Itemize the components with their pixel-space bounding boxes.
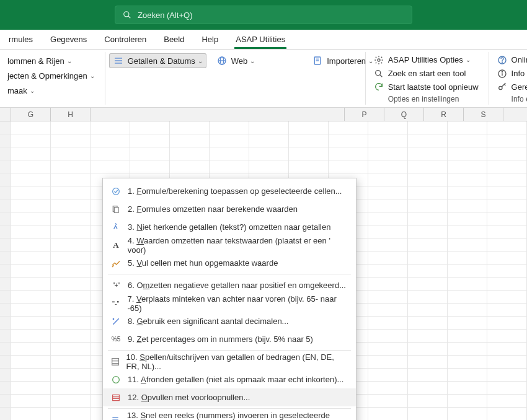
menu-item-label: 1. Formule/berekening toepassen op gesel… (128, 186, 342, 196)
col-r[interactable]: R (424, 108, 464, 121)
info-icon (497, 68, 508, 79)
ribbon: lommen & Rijen⌄ jecten & Opmerkingen⌄ ma… (0, 50, 527, 108)
menu-item-icon: A (108, 239, 124, 252)
ribbon-start-laatste[interactable]: Start laatste tool opnieuw (370, 80, 482, 94)
svg-rect-3 (115, 60, 122, 61)
ribbon-group-3: ASAP Utilities Opties⌄ Zoek en start een… (366, 52, 489, 105)
search-tool-icon (373, 68, 384, 79)
gear-icon (373, 55, 384, 66)
svg-point-11 (378, 59, 380, 61)
svg-line-21 (504, 84, 505, 85)
menu-item-label: 8. Gebruik een significant aantal decima… (128, 317, 288, 326)
svg-point-0 (124, 12, 129, 17)
col-hidden-under-menu (91, 108, 345, 121)
menu-item-icon: %5 (108, 333, 124, 346)
menu-item-8[interactable]: 8. Gebruik een significant aantal decima… (103, 312, 356, 330)
tab-beeld[interactable]: Beeld (155, 30, 193, 50)
help-icon (497, 55, 508, 66)
chevron-down-icon: ⌄ (67, 58, 72, 64)
menu-item-icon (108, 414, 123, 421)
tab-asap-utilities[interactable]: ASAP Utilities (227, 30, 294, 50)
import-icon (312, 55, 323, 66)
tab-help[interactable]: Help (193, 30, 227, 50)
svg-rect-26 (112, 358, 118, 365)
chevron-down-icon: ⌄ (250, 58, 255, 64)
menu-item-3[interactable]: 3. Niet herkende getallen (tekst?) omzet… (103, 218, 356, 236)
menu-item-9[interactable]: %59. Zet percentages om in nummers (bijv… (103, 330, 356, 348)
titlebar: Zoeken (Alt+Q) (0, 0, 527, 30)
ribbon-kolommen-rijen[interactable]: lommen & Rijen⌄ (4, 53, 99, 68)
menu-item-icon: "+" (108, 279, 124, 292)
ribbon-opmaak[interactable]: maak⌄ (4, 83, 99, 98)
chevron-down-icon: ⌄ (30, 87, 35, 94)
col-s[interactable]: S (464, 108, 503, 121)
svg-rect-2 (115, 58, 122, 58)
ribbon-getallen-datums[interactable]: Getallen & Datums⌄ (109, 53, 206, 68)
svg-rect-4 (115, 63, 122, 63)
menu-item-icon (108, 374, 124, 386)
ribbon-geregistreerd[interactable]: Geregistre (493, 80, 527, 94)
menu-item-13[interactable]: 13. Snel een reeks (nummers) invoeren in… (103, 411, 356, 420)
ribbon-tabs: rmules Gegevens Controleren Beeld Help A… (0, 30, 527, 50)
tab-gegevens[interactable]: Gegevens (42, 30, 95, 50)
chevron-down-icon: ⌄ (198, 58, 203, 64)
getallen-datums-menu: 1. Formule/berekening toepassen op gesel… (102, 178, 356, 420)
select-all-corner[interactable] (0, 108, 11, 121)
svg-line-1 (128, 16, 131, 19)
svg-point-22 (113, 188, 120, 195)
menu-item-label: 2. Formules omzetten naar berekende waar… (128, 204, 298, 214)
worksheet: G H P Q R S 1. Formule/berekening toepas… (0, 108, 527, 420)
refresh-icon (373, 81, 384, 92)
menu-item-icon (108, 392, 124, 404)
menu-item-icon (108, 315, 124, 328)
menu-item-label: 10. Spellen/uitschrijven van getallen of… (126, 352, 348, 371)
menu-item-11[interactable]: 11. Afronden getallen (niet als opmaak m… (103, 370, 356, 388)
ribbon-objecten-opmerkingen[interactable]: jecten & Opmerkingen⌄ (4, 68, 99, 83)
ribbon-group-1: lommen & Rijen⌄ jecten & Opmerkingen⌄ ma… (0, 52, 105, 105)
menu-item-icon: "-" (108, 297, 123, 310)
svg-point-25 (113, 318, 113, 319)
menu-item-2[interactable]: 2. Formules omzetten naar berekende waar… (103, 200, 356, 218)
web-icon (216, 55, 228, 66)
ribbon-zoek-tool[interactable]: Zoek en start een tool (370, 67, 482, 81)
menu-item-label: 5. Vul cellen met hun opgemaakte waarde (128, 258, 278, 268)
svg-point-15 (502, 62, 502, 63)
search-box[interactable]: Zoeken (Alt+Q) (115, 6, 412, 24)
menu-separator (108, 408, 351, 409)
numbers-dates-icon (113, 55, 124, 66)
tab-controleren[interactable]: Controleren (95, 30, 155, 50)
ribbon-group3-caption: Opties en instellingen (373, 94, 482, 103)
col-p[interactable]: P (345, 108, 384, 121)
ribbon-web[interactable]: Web⌄ (213, 53, 259, 68)
tab-formules[interactable]: rmules (0, 30, 42, 50)
ribbon-asap-opties[interactable]: ASAP Utilities Opties⌄ (370, 53, 482, 67)
menu-item-label: 11. Afronden getallen (niet als opmaak m… (128, 375, 343, 384)
menu-item-label: 13. Snel een reeks (nummers) invoeren in… (127, 411, 348, 421)
search-placeholder: Zoeken (Alt+Q) (138, 11, 193, 20)
menu-item-12[interactable]: 12. Opvullen met voorloopnullen... (103, 388, 356, 406)
svg-rect-24 (114, 207, 118, 212)
menu-item-icon (108, 356, 123, 368)
svg-point-19 (498, 87, 502, 90)
menu-item-10[interactable]: 10. Spellen/uitschrijven van getallen of… (103, 352, 356, 370)
menu-item-1[interactable]: 1. Formule/berekening toepassen op gesel… (103, 182, 356, 200)
col-h[interactable]: H (51, 108, 91, 121)
menu-separator (108, 350, 351, 351)
menu-item-4[interactable]: A4. Waarden omzetten naar tekstwaarden (… (103, 236, 356, 254)
menu-item-5[interactable]: 5. Vul cellen met hun opgemaakte waarde (103, 254, 356, 272)
chevron-down-icon: ⌄ (90, 72, 95, 79)
col-q[interactable]: Q (384, 108, 424, 121)
menu-item-icon (108, 185, 124, 198)
svg-line-13 (379, 74, 382, 77)
key-icon (497, 81, 508, 92)
column-headers: G H P Q R S (0, 108, 527, 121)
search-icon (123, 11, 131, 19)
menu-item-label: 9. Zet percentages om in nummers (bijv. … (128, 335, 313, 344)
col-g[interactable]: G (11, 108, 51, 121)
ribbon-info[interactable]: Info (493, 67, 527, 81)
svg-point-29 (113, 376, 120, 383)
menu-item-7[interactable]: "-"7. Verplaats minteken van achter naar… (103, 294, 356, 312)
menu-item-label: 12. Opvullen met voorloopnullen... (128, 393, 250, 402)
ribbon-online-faq[interactable]: Online FA (493, 53, 527, 67)
menu-item-6[interactable]: "+"6. Omzetten negatieve getallen naar p… (103, 276, 356, 294)
